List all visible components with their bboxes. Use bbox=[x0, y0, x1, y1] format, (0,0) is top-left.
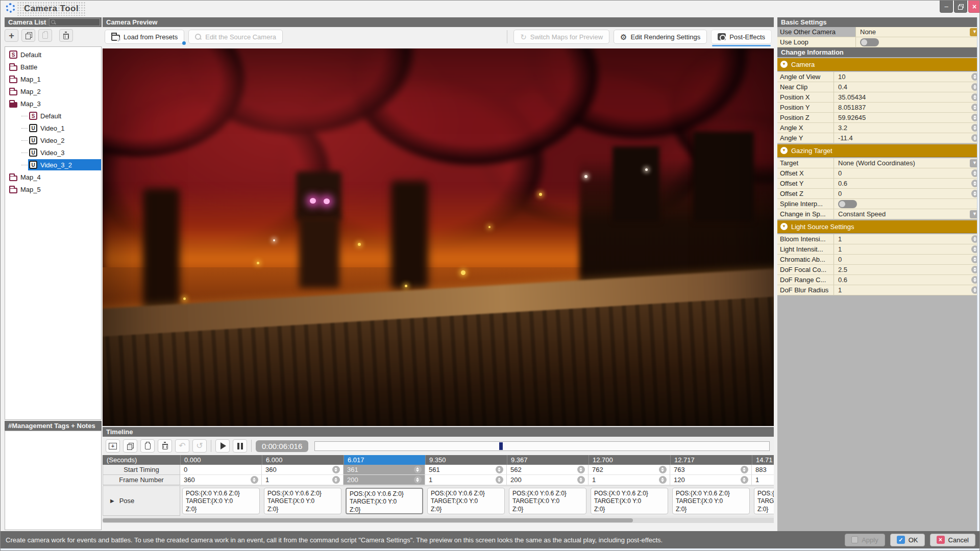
tree-item-video_3[interactable]: UVideo_3 bbox=[5, 146, 101, 159]
spinner-icon[interactable] bbox=[414, 476, 422, 484]
pose-cell[interactable]: POS:{X:0 Y:0.6 Z:0}TARGET:{X:0 Y:0Z:0} bbox=[591, 488, 668, 514]
frame-number-cell[interactable]: 200 bbox=[507, 475, 589, 485]
setting-value[interactable]: 0.4 bbox=[834, 82, 970, 92]
spinner-icon[interactable] bbox=[496, 476, 503, 484]
add-keyframe-button[interactable]: + bbox=[106, 439, 120, 453]
play-button[interactable] bbox=[215, 439, 230, 453]
setting-value[interactable]: None (World Coordinates) bbox=[834, 158, 969, 168]
section-header-gazing-target[interactable]: ▼Gazing Target bbox=[777, 144, 980, 157]
section-header-camera[interactable]: ▼Camera bbox=[777, 58, 980, 71]
spinner-icon[interactable] bbox=[659, 466, 667, 473]
minimize-button[interactable]: – bbox=[940, 1, 953, 13]
timeline-column-header[interactable]: 9.350 bbox=[425, 455, 507, 465]
setting-value[interactable]: Constant Speed bbox=[834, 209, 969, 219]
start-timing-cell[interactable]: 561 bbox=[425, 465, 507, 475]
pose-cell[interactable]: POS:{X:0 Y:0.6 Z:0}TARGET:{X:0 Y:0Z:0} bbox=[264, 488, 341, 514]
pose-cell[interactable]: POS:{X:0 Y:0.6 Z:0}TARGET:{X:0 Y:0Z:0} bbox=[427, 488, 505, 514]
tree-item-map_2[interactable]: Map_2 bbox=[5, 85, 101, 97]
tree-item-default[interactable]: SDefault bbox=[5, 110, 101, 122]
timeline-column-header[interactable]: 12.700 bbox=[589, 455, 670, 465]
pause-button[interactable] bbox=[233, 439, 247, 453]
edit-source-camera-button[interactable]: Edit the Source Camera bbox=[188, 30, 283, 44]
timeline-column-header[interactable]: 14.71 bbox=[752, 455, 774, 465]
switch-maps-button[interactable]: ↻ Switch Maps for Preview bbox=[513, 30, 609, 44]
pose-cell[interactable]: POS:{X:0 Y:0.6 Z:0}TARGET:{X:0 Y:0Z:0} bbox=[509, 488, 586, 514]
undo-button[interactable]: ↶ bbox=[175, 439, 189, 453]
setting-value[interactable]: 10 bbox=[834, 72, 970, 82]
frame-number-cell[interactable]: 1 bbox=[425, 475, 507, 485]
start-timing-cell[interactable]: 562 bbox=[507, 465, 589, 475]
spinner-icon[interactable] bbox=[414, 466, 422, 473]
spinner-icon[interactable] bbox=[659, 476, 667, 484]
start-timing-cell[interactable]: 361 bbox=[344, 465, 425, 475]
add-camera-button[interactable]: + bbox=[5, 29, 18, 42]
hscroll-thumb[interactable] bbox=[103, 518, 633, 522]
toggle-off[interactable] bbox=[860, 38, 879, 46]
setting-value[interactable]: 0 bbox=[834, 189, 970, 198]
tree-item-video_2[interactable]: UVideo_2 bbox=[5, 134, 101, 146]
cancel-button[interactable]: × Cancel bbox=[930, 534, 975, 546]
spinner-icon[interactable] bbox=[741, 476, 748, 484]
setting-value[interactable]: 0.6 bbox=[834, 179, 970, 188]
spinner-icon[interactable] bbox=[577, 476, 585, 484]
timeline-column-header[interactable]: 9.367 bbox=[507, 455, 589, 465]
management-tags-notes-area[interactable] bbox=[5, 431, 102, 530]
ok-button[interactable]: ✓ OK bbox=[890, 534, 925, 546]
timeline-scrubber[interactable] bbox=[314, 441, 770, 451]
start-timing-cell[interactable]: 0 bbox=[180, 465, 262, 475]
setting-value[interactable]: 2.5 bbox=[834, 265, 970, 274]
edit-rendering-settings-button[interactable]: ⚙ Edit Rendering Settings bbox=[614, 30, 707, 44]
setting-value[interactable] bbox=[855, 37, 969, 47]
post-effects-button[interactable]: Post-Effects bbox=[711, 30, 772, 44]
pose-cell[interactable]: POS:{X:0 Y:0.6 Z:0}TARGET:{X:0 Y:0Z:0} bbox=[672, 488, 750, 514]
section-header-light-source-settings[interactable]: ▼Light Source Settings bbox=[777, 220, 980, 233]
search-input[interactable] bbox=[56, 19, 100, 26]
frame-number-cell[interactable]: 1 bbox=[262, 475, 344, 485]
tree-item-battle[interactable]: Battle bbox=[5, 61, 101, 73]
spinner-icon[interactable] bbox=[577, 466, 585, 473]
settings-scrollbar[interactable] bbox=[977, 17, 980, 532]
pose-cell[interactable]: POS:{X:0 Y:0.6 Z:0}TARGET:{X:0 Y:0Z:0} bbox=[182, 488, 260, 514]
setting-value[interactable]: 0.6 bbox=[834, 275, 970, 285]
tree-item-video_3_2[interactable]: UVideo_3_2 bbox=[5, 159, 101, 171]
camera-list-search[interactable] bbox=[49, 18, 100, 26]
spinner-icon[interactable] bbox=[251, 476, 258, 484]
toggle-off[interactable] bbox=[838, 200, 857, 208]
playhead[interactable] bbox=[499, 442, 503, 450]
start-timing-cell[interactable]: 763 bbox=[670, 465, 752, 475]
pose-label-cell[interactable]: ▶ Pose bbox=[103, 486, 180, 516]
setting-value[interactable]: 59.92645 bbox=[834, 113, 970, 122]
tree-item-default[interactable]: SDefault bbox=[5, 48, 101, 61]
tree-item-video_1[interactable]: UVideo_1 bbox=[5, 122, 101, 134]
delete-keyframe-button[interactable] bbox=[158, 439, 172, 453]
frame-number-cell[interactable]: 200 bbox=[344, 475, 425, 485]
frame-number-cell[interactable]: 360 bbox=[180, 475, 262, 485]
timeline-column-header[interactable]: 0.000 bbox=[180, 455, 262, 465]
tree-item-map_1[interactable]: Map_1 bbox=[5, 73, 101, 85]
timeline-column-header[interactable]: 6.000 bbox=[262, 455, 344, 465]
start-timing-cell[interactable]: 883 bbox=[752, 465, 774, 475]
setting-value[interactable]: 1 bbox=[834, 234, 970, 244]
setting-value[interactable]: 1 bbox=[834, 244, 970, 254]
preview-viewport[interactable] bbox=[103, 48, 774, 426]
setting-value[interactable] bbox=[834, 199, 969, 209]
pose-cell[interactable]: POS:{X:0 Y:0.6 Z:0}TARGET:{X:0 Y:0Z:0} bbox=[754, 488, 774, 514]
restore-button[interactable] bbox=[954, 1, 967, 13]
setting-value[interactable]: 0 bbox=[834, 255, 970, 264]
close-button[interactable]: × bbox=[968, 1, 980, 13]
tree-item-map_4[interactable]: Map_4 bbox=[5, 171, 101, 183]
frame-number-cell[interactable]: 120 bbox=[670, 475, 752, 485]
timeline-column-header[interactable]: 12.717 bbox=[670, 455, 752, 465]
setting-value[interactable]: 8.051837 bbox=[834, 103, 970, 112]
paste-camera-button[interactable] bbox=[38, 29, 52, 42]
timeline-column-header[interactable]: 6.017 bbox=[344, 455, 425, 465]
spinner-icon[interactable] bbox=[332, 476, 340, 484]
setting-value[interactable]: 35.05434 bbox=[834, 92, 970, 102]
frame-number-cell[interactable]: 1 bbox=[589, 475, 670, 485]
spinner-icon[interactable] bbox=[332, 466, 340, 473]
spinner-icon[interactable] bbox=[741, 466, 748, 473]
setting-value[interactable]: 1 bbox=[834, 285, 970, 295]
setting-value[interactable]: None bbox=[855, 27, 969, 37]
setting-value[interactable]: 0 bbox=[834, 168, 970, 178]
copy-keyframe-button[interactable] bbox=[123, 439, 137, 453]
